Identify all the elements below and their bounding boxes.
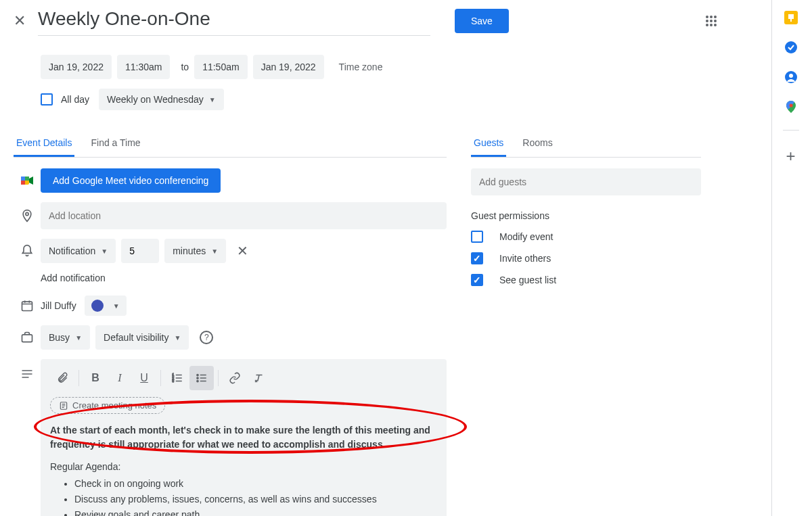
notification-type-dropdown[interactable]: Notification ▼ <box>41 239 116 263</box>
bold-icon[interactable]: B <box>83 366 108 390</box>
svg-point-2 <box>714 16 717 18</box>
agenda-heading: Regular Agenda: <box>50 460 437 474</box>
create-meeting-notes-label: Create meeting notes <box>72 400 156 411</box>
svg-point-7 <box>710 24 713 26</box>
visibility-label: Default visibility <box>104 332 168 343</box>
chevron-down-icon: ▼ <box>211 248 218 255</box>
svg-point-8 <box>714 24 717 26</box>
agenda-list: Check in on ongoing work Discuss any pro… <box>74 477 437 516</box>
agenda-item: Discuss any problems, issues, concerns, … <box>74 492 437 507</box>
chevron-down-icon: ▼ <box>101 248 108 255</box>
svg-point-4 <box>710 20 713 22</box>
svg-point-5 <box>714 20 717 22</box>
all-day-label: All day <box>61 94 89 105</box>
visibility-dropdown[interactable]: Default visibility ▼ <box>95 325 189 350</box>
all-day-checkbox[interactable] <box>41 93 53 105</box>
add-guests-input[interactable] <box>471 168 701 195</box>
create-meeting-notes-button[interactable]: Create meeting notes <box>50 397 165 414</box>
svg-rect-12 <box>21 177 25 181</box>
notification-type-label: Notification <box>49 245 95 256</box>
chevron-down-icon: ▼ <box>209 96 216 103</box>
svg-point-30 <box>789 104 792 108</box>
google-apps-icon[interactable] <box>705 15 717 27</box>
notification-unit-label: minutes <box>173 245 206 256</box>
timezone-link[interactable]: Time zone <box>339 62 383 72</box>
help-icon[interactable]: ? <box>200 331 213 344</box>
calendar-icon <box>14 299 41 312</box>
svg-point-3 <box>706 20 708 22</box>
svg-point-1 <box>710 16 713 18</box>
description-icon <box>14 359 41 381</box>
svg-rect-16 <box>22 335 32 342</box>
notification-value-input[interactable] <box>121 239 159 263</box>
agenda-item: Check in on ongoing work <box>74 477 437 491</box>
svg-rect-26 <box>790 19 792 22</box>
event-color-dropdown[interactable]: ▼ <box>85 296 127 316</box>
svg-point-27 <box>785 41 797 53</box>
modify-event-label: Modify event <box>499 231 553 242</box>
google-meet-icon <box>14 174 41 187</box>
add-notification-link[interactable]: Add notification <box>41 273 447 283</box>
chevron-down-icon: ▼ <box>75 334 82 342</box>
add-addon-icon[interactable]: + <box>786 147 795 166</box>
color-dot-icon <box>91 300 104 312</box>
availability-dropdown[interactable]: Busy ▼ <box>41 325 90 350</box>
chevron-down-icon: ▼ <box>175 334 181 342</box>
notification-unit-dropdown[interactable]: minutes ▼ <box>164 239 226 263</box>
bulleted-list-icon[interactable] <box>189 366 214 390</box>
link-icon[interactable] <box>223 366 247 390</box>
close-icon[interactable]: ✕ <box>14 12 26 30</box>
description-bold-text: At the start of each month, let's check … <box>50 425 430 450</box>
svg-marker-13 <box>29 177 33 185</box>
agenda-item: Review goals and career path <box>74 508 437 516</box>
svg-point-20 <box>197 374 198 375</box>
attach-icon[interactable] <box>50 366 74 390</box>
underline-icon[interactable]: U <box>132 366 156 390</box>
briefcase-icon <box>14 331 41 344</box>
start-time-chip[interactable]: 11:30am <box>117 55 170 79</box>
end-date-chip[interactable]: Jan 19, 2022 <box>253 55 324 79</box>
invite-others-checkbox[interactable] <box>471 252 483 264</box>
keep-icon[interactable] <box>784 11 798 24</box>
end-time-chip[interactable]: 11:50am <box>194 55 247 79</box>
chevron-down-icon: ▼ <box>113 302 120 310</box>
svg-rect-25 <box>788 14 794 19</box>
italic-icon[interactable]: I <box>108 366 132 390</box>
to-label: to <box>181 62 189 72</box>
side-panel: + <box>771 0 809 516</box>
save-button[interactable]: Save <box>455 9 509 33</box>
start-date-chip[interactable]: Jan 19, 2022 <box>41 55 112 79</box>
svg-rect-15 <box>22 302 32 310</box>
modify-event-checkbox[interactable] <box>471 231 483 243</box>
description-editor[interactable]: B I U 123 <box>41 359 447 516</box>
svg-point-22 <box>197 380 198 381</box>
maps-icon[interactable] <box>784 100 798 114</box>
tasks-icon[interactable] <box>784 41 798 54</box>
tab-event-details[interactable]: Event Details <box>14 131 74 157</box>
event-title-input[interactable] <box>38 5 430 36</box>
guest-permissions-title: Guest permissions <box>471 210 701 221</box>
location-icon <box>14 209 41 222</box>
svg-point-14 <box>26 212 28 215</box>
svg-point-21 <box>197 377 198 379</box>
contacts-icon[interactable] <box>784 70 798 84</box>
side-divider <box>783 130 799 131</box>
location-input[interactable] <box>41 202 447 229</box>
tab-rooms[interactable]: Rooms <box>520 131 555 157</box>
recurrence-dropdown[interactable]: Weekly on Wednesday ▼ <box>99 89 224 110</box>
remove-notification-icon[interactable]: ✕ <box>237 243 248 259</box>
availability-label: Busy <box>49 332 70 343</box>
invite-others-label: Invite others <box>499 253 551 264</box>
svg-text:3: 3 <box>173 379 175 383</box>
bell-icon <box>14 244 41 258</box>
tab-find-a-time[interactable]: Find a Time <box>88 131 143 157</box>
recurrence-label: Weekly on Wednesday <box>107 94 204 105</box>
numbered-list-icon[interactable]: 123 <box>165 366 189 390</box>
calendar-owner-label: Jill Duffy <box>41 300 76 311</box>
svg-point-0 <box>706 16 708 18</box>
tab-guests[interactable]: Guests <box>471 131 506 157</box>
add-google-meet-button[interactable]: Add Google Meet video conferencing <box>41 168 221 193</box>
clear-formatting-icon[interactable] <box>247 366 271 390</box>
see-guest-list-checkbox[interactable] <box>471 274 483 286</box>
description-body[interactable]: At the start of each month, let's check … <box>50 423 437 516</box>
